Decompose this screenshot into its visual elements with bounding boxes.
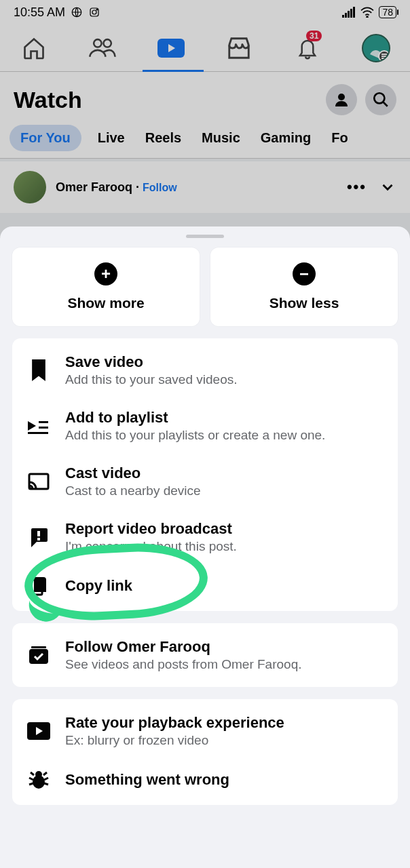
bookmark-icon xyxy=(27,359,50,381)
plus-icon: + xyxy=(94,262,117,285)
svg-rect-16 xyxy=(39,427,48,429)
save-video-row[interactable]: Save video Add this to your saved videos… xyxy=(12,342,398,398)
show-more-button[interactable]: + Show more xyxy=(12,248,200,326)
action-sheet: + Show more − Show less Save video Add t… xyxy=(0,226,410,868)
follow-author-row[interactable]: Follow Omer Farooq See videos and posts … xyxy=(12,627,398,683)
playlist-icon xyxy=(27,417,50,435)
svg-rect-15 xyxy=(39,421,48,423)
sheet-options-group-2: Follow Omer Farooq See videos and posts … xyxy=(12,623,398,687)
svg-point-19 xyxy=(29,487,31,490)
cast-video-row[interactable]: Cast video Cast to a nearby device xyxy=(12,454,398,509)
something-wrong-row[interactable]: Something went wrong xyxy=(12,759,398,801)
bug-icon xyxy=(27,770,50,790)
sheet-grabber[interactable] xyxy=(186,235,224,238)
follow-feed-icon xyxy=(27,645,50,665)
video-icon xyxy=(27,722,50,740)
rate-playback-row[interactable]: Rate your playback experience Ex: blurry… xyxy=(12,703,398,759)
sheet-options-group-1: Save video Add this to your saved videos… xyxy=(12,338,398,611)
add-to-playlist-row[interactable]: Add to playlist Add this to your playlis… xyxy=(12,398,398,454)
svg-rect-21 xyxy=(37,538,40,540)
svg-rect-20 xyxy=(37,531,40,536)
svg-rect-17 xyxy=(28,432,48,434)
show-less-button[interactable]: − Show less xyxy=(210,248,398,326)
copy-link-row[interactable]: Copy link xyxy=(12,565,398,607)
report-video-row[interactable]: Report video broadcast I'm concerned abo… xyxy=(12,509,398,565)
minus-icon: − xyxy=(293,262,316,285)
copy-icon xyxy=(27,576,50,596)
sheet-options-group-3: Rate your playback experience Ex: blurry… xyxy=(12,699,398,805)
svg-rect-24 xyxy=(31,646,46,648)
cast-icon xyxy=(27,473,50,490)
svg-point-27 xyxy=(35,771,42,778)
report-icon xyxy=(27,527,50,547)
